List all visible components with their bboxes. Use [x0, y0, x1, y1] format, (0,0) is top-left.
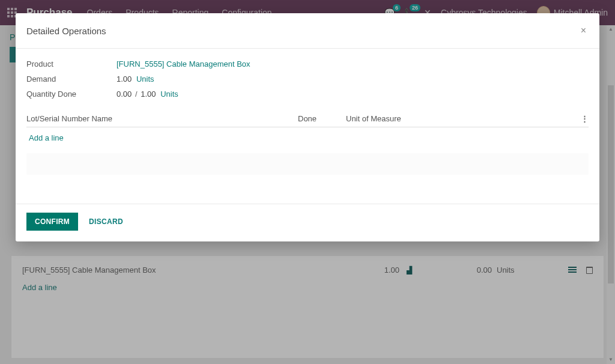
modal-footer: CONFIRM DISCARD	[16, 204, 599, 241]
table-options-icon[interactable]: ⋮	[574, 114, 589, 123]
done-qty[interactable]: 0.00	[117, 89, 132, 99]
discard-button[interactable]: DISCARD	[86, 213, 126, 231]
table-empty-row	[26, 153, 589, 175]
product-link[interactable]: [FURN_5555] Cable Management Box	[117, 59, 250, 68]
qty-done-value: 0.00 / 1.00 Units	[117, 89, 589, 99]
modal-body: Product [FURN_5555] Cable Management Box…	[16, 49, 599, 180]
operations-table: Lot/Serial Number Name Done Unit of Meas…	[26, 111, 589, 175]
th-done: Done	[298, 114, 346, 123]
label-product: Product	[26, 59, 117, 68]
demand-units[interactable]: Units	[136, 74, 154, 83]
demand-value: 1.00 Units	[117, 74, 589, 83]
th-lot: Lot/Serial Number Name	[26, 114, 298, 123]
table-header: Lot/Serial Number Name Done Unit of Meas…	[26, 111, 589, 127]
modal-header: Detailed Operations ×	[16, 13, 599, 49]
demand-qty: 1.00	[117, 74, 132, 83]
close-icon[interactable]: ×	[578, 23, 589, 38]
modal-title: Detailed Operations	[26, 26, 106, 36]
done-sep: /	[135, 89, 138, 99]
done-total: 1.00	[141, 89, 156, 99]
add-line-link[interactable]: Add a line	[26, 127, 589, 145]
label-demand: Demand	[26, 74, 117, 83]
detailed-operations-modal: Detailed Operations × Product [FURN_5555…	[16, 13, 599, 241]
label-qty-done: Quantity Done	[26, 89, 117, 99]
th-uom: Unit of Measure	[346, 114, 574, 123]
done-units[interactable]: Units	[160, 89, 178, 99]
confirm-button[interactable]: CONFIRM	[26, 213, 78, 231]
